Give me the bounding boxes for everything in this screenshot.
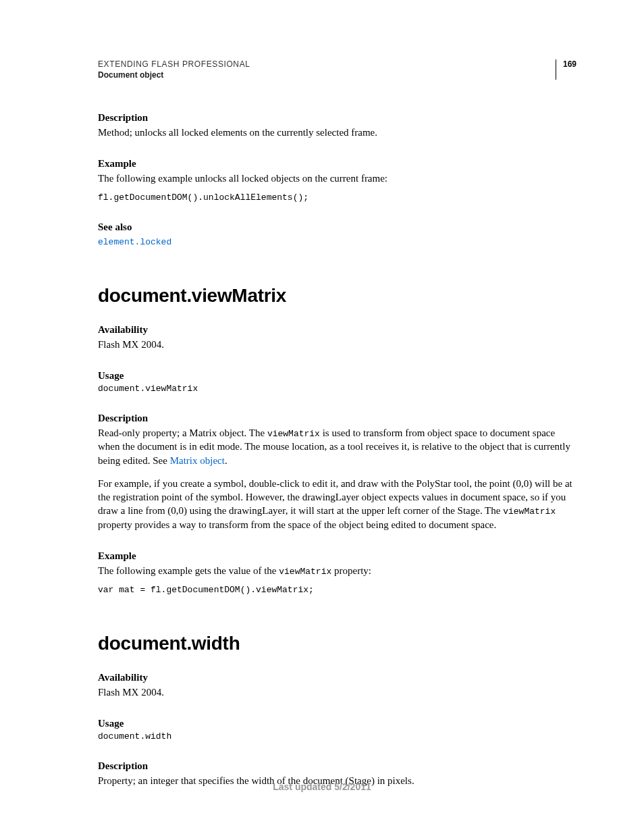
availability-label: Availability <box>98 324 576 336</box>
desc-p1-a: Read-only property; a Matrix object. The <box>98 427 267 438</box>
desc-p2-code: viewMatrix <box>503 506 556 517</box>
page-number: 169 <box>563 59 576 69</box>
running-sub: Document object <box>98 70 556 80</box>
description-label: Description <box>98 112 576 124</box>
description-label-2: Description <box>98 413 576 424</box>
ex2-code: viewMatrix <box>279 567 331 577</box>
usage-code-3: document.width <box>98 731 576 741</box>
availability-text-3: Flash MX 2004. <box>98 685 576 699</box>
usage-label: Usage <box>98 370 576 382</box>
description-block-2: Description Read-only property; a Matrix… <box>98 413 576 531</box>
page-footer: Last updated 5/2/2011 <box>0 781 644 792</box>
page-content: EXTENDING FLASH PROFESSIONAL Document ob… <box>0 0 644 787</box>
availability-block: Availability Flash MX 2004. <box>98 324 576 351</box>
description-text: Method; unlocks all locked elements on t… <box>98 126 576 139</box>
example-text: The following example unlocks all locked… <box>98 172 576 185</box>
link-element-locked[interactable]: element.locked <box>98 237 171 247</box>
desc-p1-code: viewMatrix <box>267 429 320 439</box>
desc-p1-c: . <box>225 455 227 466</box>
availability-block-3: Availability Flash MX 2004. <box>98 672 576 699</box>
running-head: EXTENDING FLASH PROFESSIONAL <box>98 59 556 69</box>
description-label-3: Description <box>98 760 576 772</box>
example-block-2: Example The following example gets the v… <box>98 550 576 595</box>
ex2-a: The following example gets the value of … <box>98 565 279 576</box>
description-block: Description Method; unlocks all locked e… <box>98 112 576 139</box>
desc-p2-b: property provides a way to transform fro… <box>98 519 496 530</box>
example-label-2: Example <box>98 550 576 562</box>
availability-label-3: Availability <box>98 672 576 683</box>
seealso-label: See also <box>98 221 576 233</box>
title-width: document.width <box>98 633 576 654</box>
usage-block-3: Usage document.width <box>98 718 576 741</box>
example-text-2: The following example gets the value of … <box>98 564 576 578</box>
desc-p2-a: For example, if you create a symbol, dou… <box>98 478 572 517</box>
link-matrix-object[interactable]: Matrix object <box>170 455 225 466</box>
page-number-wrap: 169 <box>556 59 576 80</box>
example-label: Example <box>98 158 576 170</box>
description-p1: Read-only property; a Matrix object. The… <box>98 426 576 467</box>
example-block: Example The following example unlocks al… <box>98 158 576 202</box>
usage-block: Usage document.viewMatrix <box>98 370 576 394</box>
page-header: EXTENDING FLASH PROFESSIONAL Document ob… <box>98 59 576 80</box>
ex2-b: property: <box>331 565 371 576</box>
header-left: EXTENDING FLASH PROFESSIONAL Document ob… <box>98 59 556 80</box>
description-p2: For example, if you create a symbol, dou… <box>98 477 576 531</box>
availability-text: Flash MX 2004. <box>98 338 576 351</box>
seealso-block: See also element.locked <box>98 221 576 247</box>
example-code: fl.getDocumentDOM().unlockAllElements(); <box>98 192 576 203</box>
title-viewmatrix: document.viewMatrix <box>98 285 576 307</box>
usage-label-3: Usage <box>98 718 576 729</box>
usage-code: document.viewMatrix <box>98 384 576 394</box>
example-code-2: var mat = fl.getDocumentDOM().viewMatrix… <box>98 585 576 595</box>
seealso-links: element.locked <box>98 235 576 247</box>
